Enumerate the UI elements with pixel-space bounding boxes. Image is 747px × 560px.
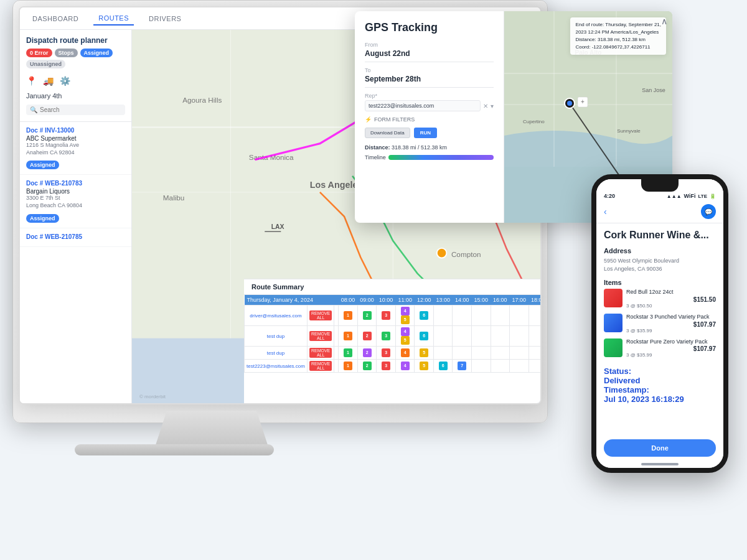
- driver-remove-2[interactable]: REMOVE ALL: [307, 326, 334, 347]
- route-card-2[interactable]: Doc # WEB-210783 Bargain Liquors 3300 E …: [20, 175, 131, 228]
- sidebar-title: Dispatch route planner: [26, 36, 125, 45]
- route-doc-1: Doc # INV-13000: [26, 127, 125, 134]
- route-card-3[interactable]: Doc # WEB-210785: [20, 228, 131, 247]
- route-card-1[interactable]: Doc # INV-13000 ABC Supermarket 1216 S M…: [20, 122, 131, 175]
- driver-name-1: driver@msitusales.com: [245, 306, 308, 326]
- gps-to-label: To: [365, 67, 494, 73]
- gps-rep-row: test2223@insitusales.com ✕ ▾: [365, 100, 494, 111]
- filter-icon: ⚡: [365, 116, 372, 123]
- phone-biz-name: Cork Runner Wine &...: [604, 230, 716, 241]
- svg-text:+: +: [581, 98, 585, 105]
- phone-status-icons: ▲▲▲ WiFi LTE 🔋: [667, 193, 716, 199]
- gps-btn-row: Download Data RUN: [365, 128, 494, 138]
- phone-item-row-2: Rockstar 3 Punched Variety Pack $107.97 …: [604, 314, 716, 334]
- route-addr-2: 3300 E 7th StLong Beach CA 90804: [26, 195, 125, 209]
- time-11: 11:00: [395, 295, 415, 306]
- distance-value: 318.38 mi / 512.38 km: [392, 144, 447, 151]
- phone-content: Cork Runner Wine &... Address 5950 West …: [596, 223, 723, 436]
- timeline-label: Timeline: [365, 154, 386, 161]
- tab-routes[interactable]: ROUTES: [93, 12, 134, 26]
- phone-home-indicator: [641, 463, 679, 465]
- svg-point-18: [437, 248, 447, 258]
- monitor-stand: [156, 411, 268, 445]
- svg-point-34: [567, 101, 572, 106]
- phone-item-row-1: Red Bull 12oz 24ct $151.50 3 @ $50.50: [604, 289, 716, 309]
- route-status-2: Assigned: [26, 212, 125, 223]
- driver-name-2: test dup: [245, 326, 308, 347]
- phone-item-price-2: $107.97: [626, 321, 716, 328]
- route-status-1: Assigned: [26, 158, 125, 169]
- unassigned-badge[interactable]: Unassigned: [26, 60, 65, 68]
- phone-body: 4:20 ▲▲▲ WiFi LTE 🔋 ‹ 💬 Cork Runner Wine…: [591, 174, 728, 473]
- gps-rep-label: Rep*: [365, 93, 494, 99]
- sidebar-filters: 0 Error Stops Assigned Unassigned: [26, 49, 125, 68]
- driver-name-3: test dup: [245, 347, 308, 360]
- svg-text:Compton: Compton: [451, 250, 481, 258]
- assigned-badge[interactable]: Assigned: [80, 49, 113, 57]
- route-doc-2: Doc # WEB-210783: [26, 180, 125, 187]
- phone-item-img-2: [604, 314, 622, 332]
- svg-text:Cupertino: Cupertino: [523, 119, 545, 124]
- schedule-date-header: Thursday, January 4, 2024: [245, 295, 339, 306]
- phone-item-qty-1: 3 @ $50.50: [626, 303, 716, 309]
- phone-time: 4:20: [604, 193, 615, 199]
- settings-icon[interactable]: ⚙️: [60, 76, 70, 86]
- monitor-base: [75, 444, 274, 455]
- run-button[interactable]: RUN: [414, 128, 437, 138]
- schedule-table: Thursday, January 4, 2024 08:00 09:00 10…: [244, 295, 540, 373]
- phone-item-row-3: Rockstar Pure Zero Variety Pack $107.97 …: [604, 338, 716, 358]
- gps-distance: Distance: 318.38 mi / 512.38 km: [365, 144, 494, 151]
- gps-info-line3: Distance: 318.38 mi, 512.38 km: [575, 36, 661, 44]
- route-addr-1: 1216 S Magnolia AveAnaheim CA 92804: [26, 142, 125, 156]
- tab-drivers[interactable]: DRIVERS: [144, 12, 186, 25]
- gps-close-button[interactable]: ∧: [661, 16, 667, 26]
- phone-item-details-1: Red Bull 12oz 24ct $151.50 3 @ $50.50: [626, 289, 716, 309]
- driver-remove-1[interactable]: REMOVE ALL: [307, 306, 334, 326]
- gps-title: GPS Tracking: [365, 21, 494, 34]
- phone-ts-value: Jul 10, 2023 16:18:29: [604, 394, 716, 404]
- watermark: © morderbit: [139, 394, 166, 399]
- phone-items-label: Items: [604, 279, 716, 286]
- lte-icon: LTE: [698, 194, 707, 199]
- signal-icon: ▲▲▲: [667, 194, 682, 199]
- gps-rep-expand[interactable]: ▾: [491, 103, 494, 110]
- time-16: 16:00: [491, 295, 510, 306]
- gps-rep-clear[interactable]: ✕: [483, 103, 488, 110]
- svg-text:Sunnyvale: Sunnyvale: [617, 128, 641, 134]
- driver-remove-3[interactable]: REMOVE ALL: [307, 347, 334, 360]
- phone-notch: [641, 179, 679, 192]
- error-badge: 0 Error: [26, 49, 52, 57]
- gps-info-line4: Coord: -122.0849672,37.4226711: [575, 44, 661, 51]
- time-08: 08:00: [339, 295, 358, 306]
- svg-text:Agoura Hills: Agoura Hills: [182, 96, 222, 104]
- search-input[interactable]: [40, 106, 121, 113]
- search-bar: 🔍: [26, 105, 125, 115]
- phone-item-details-2: Rockstar 3 Punched Variety Pack $107.97 …: [626, 314, 716, 334]
- time-09: 09:00: [357, 295, 377, 306]
- sidebar-header: Dispatch route planner 0 Error Stops Ass…: [20, 30, 131, 122]
- driver-remove-4[interactable]: REMOVE ALL: [307, 360, 334, 373]
- phone-messenger-icon[interactable]: 💬: [701, 204, 716, 219]
- download-data-button[interactable]: Download Data: [365, 128, 410, 138]
- phone-address-label: Address: [604, 247, 716, 254]
- time-15: 15:00: [472, 295, 491, 306]
- search-icon: 🔍: [30, 106, 37, 113]
- phone-status-section: Status: Delivered Timestamp: Jul 10, 202…: [604, 363, 716, 404]
- phone-screen: 4:20 ▲▲▲ WiFi LTE 🔋 ‹ 💬 Cork Runner Wine…: [596, 179, 723, 468]
- phone-item-qty-3: 3 @ $35.99: [626, 352, 716, 358]
- gps-to-value: September 28th: [365, 75, 494, 88]
- svg-rect-20: [265, 231, 281, 231]
- phone-item-price-3: $107.97: [626, 345, 716, 352]
- tab-dashboard[interactable]: DASHBOARD: [27, 12, 83, 25]
- gps-from-label: From: [365, 42, 494, 48]
- phone-item-img-3: [604, 338, 622, 357]
- svg-text:Malibu: Malibu: [163, 194, 185, 202]
- driver-name-4: test2223@msitusales.com: [245, 360, 308, 373]
- route-summary-panel: Route Summary Thursday, January 4, 2024 …: [244, 279, 540, 403]
- phone-done-button[interactable]: Done: [604, 439, 716, 457]
- phone-item-name-3: Rockstar Pure Zero Variety Pack: [626, 338, 716, 346]
- truck-icon[interactable]: 🚚: [43, 76, 54, 86]
- phone-back-button[interactable]: ‹: [604, 207, 607, 217]
- location-icon[interactable]: 📍: [26, 76, 37, 86]
- gps-rep-input[interactable]: test2223@insitusales.com: [365, 100, 481, 111]
